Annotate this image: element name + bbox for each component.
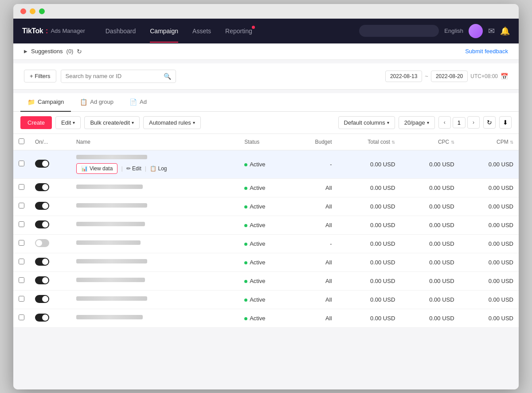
suggestions-count: (0) [66, 48, 74, 55]
nav-language[interactable]: English [444, 28, 463, 34]
table-container: On/... Name Status Budget Total cost ⇅ C… [13, 134, 519, 328]
rules-button[interactable]: Automated rules ▾ [143, 116, 201, 129]
total-cost-cell: 0.00 USD [337, 271, 401, 290]
edit-button[interactable]: Edit ▾ [55, 116, 81, 129]
row-checkbox[interactable] [19, 314, 24, 320]
row-checkbox[interactable] [19, 161, 24, 166]
tab-ad[interactable]: 📄 Ad [122, 93, 154, 112]
row-checkbox[interactable] [19, 184, 24, 190]
main-content: ▶ Suggestions (0) ↻ Submit feedback + Fi… [13, 43, 519, 389]
suggestions-refresh-icon[interactable]: ↻ [77, 48, 82, 55]
campaign-toggle[interactable] [35, 258, 49, 266]
campaign-toggle[interactable] [35, 202, 49, 210]
status-dot [244, 243, 247, 246]
table-row: ActiveAll0.00 USD0.00 USD0.00 USD [13, 290, 519, 309]
row-checkbox[interactable] [19, 296, 24, 302]
suggestions-left[interactable]: ▶ Suggestions (0) ↻ [24, 48, 82, 55]
cpc-cell: 0.00 USD [400, 253, 459, 271]
nav-reporting[interactable]: Reporting [218, 20, 259, 43]
maximize-button[interactable] [39, 8, 45, 14]
columns-button[interactable]: Default columns ▾ [338, 116, 395, 129]
search-box: 🔍 [61, 70, 176, 83]
status-dot [244, 205, 247, 208]
row-checkbox[interactable] [19, 221, 24, 227]
budget-cell: All [292, 178, 337, 197]
campaign-toggle[interactable] [35, 276, 49, 284]
date-range: 2022-08-13 ~ 2022-08-20 UTC+08:00 📅 [385, 71, 508, 82]
nav-right: English ✉ 🔔 [359, 24, 510, 38]
cpm-cell: 0.00 USD [460, 271, 519, 290]
table-row: ActiveAll0.00 USD0.00 USD0.00 USD [13, 271, 519, 290]
row-checkbox[interactable] [19, 259, 24, 264]
submit-feedback-link[interactable]: Submit feedback [465, 48, 508, 55]
tab-adgroup[interactable]: 📋 Ad group [73, 93, 121, 112]
campaign-toggle[interactable] [35, 295, 49, 303]
tab-campaign[interactable]: 📁 Campaign [20, 93, 71, 112]
campaign-toggle[interactable] [35, 183, 49, 191]
perpage-button[interactable]: 20/page ▾ [399, 116, 435, 129]
columns-chevron-icon: ▾ [387, 120, 389, 125]
create-button[interactable]: Create [20, 116, 52, 129]
nav-search-input[interactable] [359, 25, 439, 37]
campaign-tab-icon: 📁 [27, 98, 35, 106]
date-separator: ~ [425, 73, 428, 79]
total-cost-sort-icon[interactable]: ⇅ [391, 140, 395, 145]
calendar-icon[interactable]: 📅 [501, 73, 508, 80]
minimize-button[interactable] [30, 8, 35, 14]
prev-page-button[interactable]: ‹ [438, 116, 451, 129]
nav-campaign[interactable]: Campaign [143, 20, 185, 43]
table-row: ActiveAll0.00 USD0.00 USD0.00 USD [13, 253, 519, 271]
title-bar [13, 4, 519, 19]
bulk-label: Bulk create/edit [90, 119, 130, 126]
filters-button[interactable]: + Filters [24, 70, 56, 83]
nav-dashboard[interactable]: Dashboard [98, 20, 143, 43]
bell-icon[interactable]: 🔔 [500, 26, 510, 36]
cpm-cell: 0.00 USD [460, 253, 519, 271]
campaign-toggle[interactable] [35, 160, 49, 168]
select-all-checkbox[interactable] [19, 138, 24, 144]
logo-tiktok-text: TikTok [22, 27, 43, 35]
cpm-sort-icon[interactable]: ⇅ [510, 140, 513, 145]
total-cost-cell: 0.00 USD [337, 150, 401, 178]
nav-links: Dashboard Campaign Assets Reporting [98, 20, 360, 43]
col-total-cost: Total cost ⇅ [337, 134, 401, 150]
campaign-name [76, 259, 147, 263]
current-page: 1 [453, 117, 466, 128]
col-cpc: CPC ⇅ [400, 134, 459, 150]
table-row: ActiveAll0.00 USD0.00 USD0.00 USD [13, 197, 519, 216]
campaign-name [76, 296, 147, 301]
campaign-toggle[interactable] [35, 239, 49, 247]
ad-tab-icon: 📄 [129, 98, 137, 106]
next-page-button[interactable]: › [467, 116, 480, 129]
cpc-sort-icon[interactable]: ⇅ [451, 140, 454, 145]
refresh-button[interactable]: ↻ [483, 116, 496, 129]
campaign-toggle[interactable] [35, 220, 49, 228]
logo-colon: : [46, 27, 48, 35]
nav-assets[interactable]: Assets [185, 20, 218, 43]
filters-row: + Filters 🔍 2022-08-13 ~ 2022-08-20 UTC+… [13, 63, 519, 90]
row-checkbox[interactable] [19, 240, 24, 246]
view-data-button[interactable]: 📊 View data [76, 163, 117, 174]
export-button[interactable]: ⬇ [499, 116, 512, 129]
search-input[interactable] [66, 73, 161, 79]
log-action-link[interactable]: 📋 Log [150, 165, 167, 172]
date-end-input[interactable]: 2022-08-20 [431, 71, 468, 82]
table-row: ActiveAll0.00 USD0.00 USD0.00 USD [13, 178, 519, 197]
row-checkbox[interactable] [19, 277, 24, 283]
status-text: Active [250, 315, 265, 322]
mail-icon[interactable]: ✉ [488, 26, 495, 36]
campaign-name [76, 185, 143, 189]
bulk-button[interactable]: Bulk create/edit ▾ [84, 116, 140, 129]
row-checkbox[interactable] [19, 203, 24, 208]
close-button[interactable] [20, 8, 26, 14]
user-avatar[interactable] [469, 24, 483, 38]
edit-action-link[interactable]: ✏ Edit [126, 165, 141, 172]
campaign-toggle[interactable] [35, 314, 49, 322]
cpm-cell: 0.00 USD [460, 216, 519, 234]
date-start-input[interactable]: 2022-08-13 [385, 71, 422, 82]
cpm-cell: 0.00 USD [460, 234, 519, 253]
status-dot [244, 280, 247, 283]
search-icon: 🔍 [164, 73, 171, 80]
status-text: Active [250, 185, 265, 191]
cpm-cell: 0.00 USD [460, 197, 519, 216]
